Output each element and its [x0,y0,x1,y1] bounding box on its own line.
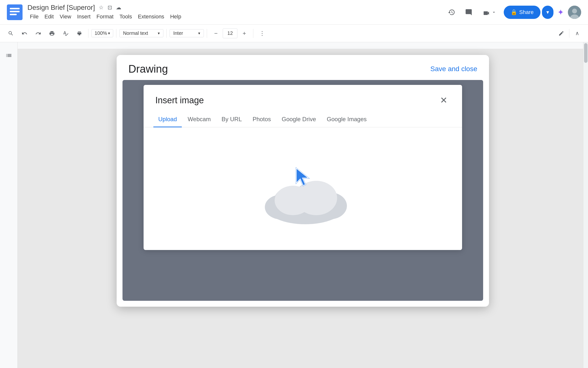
menu-edit[interactable]: Edit [42,13,56,21]
collapse-toolbar-button[interactable]: ∧ [571,27,583,39]
divider-4 [207,29,207,38]
font-value: Inter [173,30,183,36]
tab-google-images[interactable]: Google Images [322,112,372,127]
text-style-select[interactable]: Normal text ▾ [119,29,163,37]
font-size-control: − + [210,27,250,39]
menu-extensions[interactable]: Extensions [135,13,167,21]
divider-2 [116,29,116,38]
app-logo[interactable] [7,4,23,20]
menu-format[interactable]: Format [94,13,116,21]
menu-bar: File Edit View Insert Format Tools Exten… [27,13,445,21]
more-options-button[interactable]: ⋮ [256,27,268,39]
share-button[interactable]: 🔒 Share [504,6,540,19]
save-close-button[interactable]: Save and close [430,65,477,73]
upload-illustration [256,164,349,223]
tab-webcam[interactable]: Webcam [183,112,216,127]
share-dropdown-button[interactable]: ▾ [542,6,553,19]
comments-button[interactable] [462,6,475,19]
text-style-dropdown-icon: ▾ [158,31,160,36]
menu-view[interactable]: View [57,13,74,21]
undo-button[interactable] [19,27,30,39]
menu-file[interactable]: File [27,13,41,21]
insert-image-title: Insert image [155,95,204,105]
history-button[interactable] [445,6,458,19]
doc-area: Drawing Save and close Insert image ✕ [18,42,588,368]
svg-rect-1 [10,8,20,9]
text-style-value: Normal text [123,30,148,36]
star-icon[interactable]: ☆ [99,4,104,11]
gemini-icon[interactable]: ✦ [557,8,564,17]
folder-icon[interactable]: ⊡ [108,4,112,11]
zoom-control[interactable]: 100% ▾ [91,29,113,37]
divider-3 [166,29,167,38]
font-size-input[interactable] [223,28,237,38]
cursor-arrow [294,167,311,187]
meet-button[interactable] [479,8,500,17]
main-area: 1 2 3 Drawing Save and close [0,42,588,368]
cloud-save-icon[interactable]: ☁ [116,4,121,11]
font-size-decrease-button[interactable]: − [210,27,222,39]
scrollbar-thumb[interactable] [584,43,588,63]
menu-insert[interactable]: Insert [75,13,93,21]
avatar[interactable] [568,6,581,19]
drawing-canvas[interactable]: Insert image ✕ Upload Webcam By URL Phot… [122,80,483,301]
top-bar: Design Brief [Superor] ☆ ⊡ ☁ File Edit V… [0,0,588,25]
zoom-value: 100% [95,30,107,36]
divider-1 [88,29,88,38]
print-button[interactable] [46,27,58,39]
paint-format-button[interactable] [74,27,85,39]
redo-button[interactable] [32,27,44,39]
drawing-title: Drawing [128,63,168,75]
format-options-button[interactable] [555,27,567,39]
font-dropdown-icon: ▾ [198,31,200,36]
search-button[interactable] [5,27,17,39]
divider-5 [253,29,253,38]
tab-upload[interactable]: Upload [153,112,182,127]
drawing-header: Drawing Save and close [117,55,489,80]
font-select[interactable]: Inter ▾ [170,29,204,37]
top-bar-right: 🔒 Share ▾ ✦ [445,6,581,19]
zoom-dropdown-icon: ▾ [108,31,110,36]
menu-help[interactable]: Help [168,13,184,21]
svg-point-5 [572,9,577,13]
font-size-increase-button[interactable]: + [238,27,250,39]
doc-title-area: Design Brief [Superor] ☆ ⊡ ☁ File Edit V… [27,4,445,21]
toolbar: 100% ▾ Normal text ▾ Inter ▾ − + ⋮ ∧ [0,25,588,42]
left-sidebar: 1 2 3 [0,42,18,368]
tab-by-url[interactable]: By URL [217,112,247,127]
drawing-dialog: Drawing Save and close Insert image ✕ [117,55,489,307]
horizontal-ruler [18,42,588,49]
share-label: Share [519,9,534,15]
close-dialog-button[interactable]: ✕ [437,94,450,107]
scrollbar-right[interactable] [583,42,588,368]
doc-title[interactable]: Design Brief [Superor] [27,4,95,12]
divider-v [569,29,569,38]
upload-content[interactable] [144,127,462,250]
lock-icon: 🔒 [511,9,517,15]
svg-rect-2 [10,11,20,12]
menu-tools[interactable]: Tools [117,13,134,21]
insert-image-dialog: Insert image ✕ Upload Webcam By URL Phot… [144,85,462,250]
tabs-row: Upload Webcam By URL Photos Google Drive… [144,112,462,127]
tab-google-drive[interactable]: Google Drive [277,112,321,127]
insert-image-header: Insert image ✕ [144,85,462,112]
spellcheck-button[interactable] [60,27,72,39]
tab-photos[interactable]: Photos [248,112,276,127]
outline-button[interactable] [3,50,15,61]
svg-rect-3 [10,14,17,15]
